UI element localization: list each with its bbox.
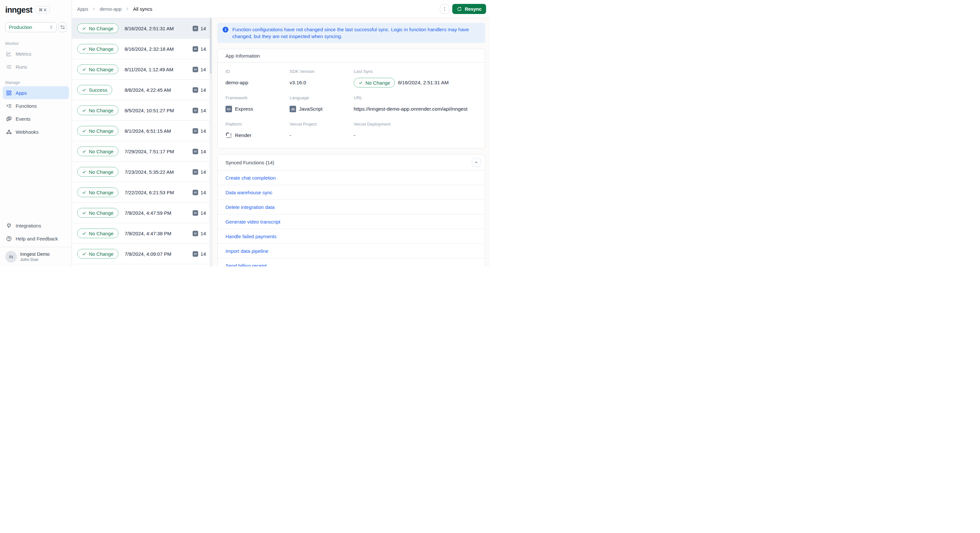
function-link[interactable]: Data warehouse sync <box>226 190 272 195</box>
app-information-title: App Information <box>226 53 260 59</box>
sidebar-item-help-and-feedback[interactable]: Help and Feedback <box>3 232 69 245</box>
app-info-field: Last SyncNo Change8/16/2024, 2:51:31 AM <box>354 69 477 88</box>
check-icon <box>82 129 86 133</box>
code-icon <box>192 190 198 195</box>
sync-function-count: 14 <box>192 251 206 257</box>
command-k-shortcut[interactable]: ⌘ K <box>35 6 49 14</box>
help-circle-icon <box>6 235 12 242</box>
sync-list-item[interactable]: Success8/6/2024, 4:22:45 AM14 <box>72 80 212 100</box>
function-link[interactable]: Create chat completion <box>226 175 275 181</box>
function-link[interactable]: Send billing receipt <box>226 263 267 267</box>
breadcrumb-demo-app[interactable]: demo-app <box>100 6 122 12</box>
sync-list-item[interactable]: No Change7/29/2024, 7:51:17 PM14 <box>72 141 212 162</box>
synced-function-row: Generate video transcript <box>218 215 485 229</box>
resync-button[interactable]: Resync <box>452 4 486 14</box>
sync-list-item[interactable]: No Change8/11/2024, 1:12:49 AM14 <box>72 59 212 80</box>
sync-detail-panel: i Function configurations have not chang… <box>212 18 490 266</box>
sync-function-count: 14 <box>192 210 206 216</box>
sidebar-item-label: Metrics <box>16 51 31 57</box>
function-link[interactable]: Import data pipeline <box>226 248 269 254</box>
sync-list-scrollbar[interactable] <box>210 18 212 266</box>
sync-timestamp: 8/5/2024, 10:51:27 PM <box>125 108 192 113</box>
function-link[interactable]: Handle failed payments <box>226 234 277 239</box>
chart-line-icon <box>6 51 12 57</box>
field-label: Vercel Deployment <box>354 122 473 127</box>
sync-function-count: 14 <box>192 190 206 195</box>
field-label: Platform <box>226 122 286 127</box>
sync-list-item[interactable]: No Change8/16/2024, 2:32:18 AM14 <box>72 39 212 59</box>
sync-status-badge: No Change <box>77 126 118 136</box>
app-info-field: PlatformRender <box>226 122 290 140</box>
plug-icon <box>6 223 12 229</box>
sync-function-count: 14 <box>192 149 206 154</box>
code-icon <box>192 210 198 216</box>
code-icon <box>192 46 198 52</box>
code-icon <box>192 169 198 175</box>
sidebar-item-apps[interactable]: Apps <box>3 86 69 99</box>
scrollbar-thumb[interactable] <box>210 18 212 73</box>
environment-settings-button[interactable] <box>59 22 66 32</box>
breadcrumb-all-syncs: All syncs <box>133 6 152 12</box>
collapse-button[interactable] <box>472 158 481 167</box>
function-link[interactable]: Generate video transcript <box>226 219 280 224</box>
sync-list-item[interactable]: No Change7/22/2024, 6:21:53 PM14 <box>72 182 212 203</box>
check-icon <box>82 231 86 235</box>
sync-timestamp: 7/23/2024, 5:35:22 AM <box>125 169 192 175</box>
sync-status-badge: No Change <box>77 44 118 54</box>
sync-list-item[interactable]: No Change8/1/2024, 6:51:15 AM14 <box>72 121 212 141</box>
function-link[interactable]: Delete integration data <box>226 204 275 210</box>
breadcrumb-apps[interactable]: Apps <box>77 6 88 12</box>
sidebar-item-webhooks[interactable]: Webhooks <box>3 125 69 138</box>
sync-status-badge: No Change <box>77 167 118 177</box>
sidebar-item-functions[interactable]: Functions <box>3 99 69 112</box>
code-icon <box>192 67 198 72</box>
field-label: Vercel Project <box>290 122 350 127</box>
sync-status-badge: No Change <box>77 24 118 33</box>
sync-status-badge: No Change <box>77 228 118 238</box>
events-copy-icon <box>6 116 12 122</box>
synced-functions-list: Create chat completionData warehouse syn… <box>218 170 485 266</box>
field-value: - <box>290 130 350 140</box>
sidebar-item-integrations[interactable]: Integrations <box>3 219 69 232</box>
sync-list-item[interactable]: No Change7/9/2024, 4:47:59 PM14 <box>72 203 212 223</box>
user-name: John Doe <box>20 257 49 262</box>
sidebar-item-label: Functions <box>16 103 37 109</box>
synced-function-row: Data warehouse sync <box>218 185 485 200</box>
info-banner: i Function configurations have not chang… <box>217 23 485 43</box>
sync-timestamp: 8/1/2024, 6:51:15 AM <box>125 128 192 134</box>
sidebar-item-events[interactable]: Events <box>3 112 69 125</box>
sync-timestamp: 7/9/2024, 4:47:38 PM <box>125 231 192 236</box>
check-icon <box>82 252 86 256</box>
sync-timestamp: 7/29/2024, 7:51:17 PM <box>125 149 192 154</box>
user-menu[interactable]: IN Inngest Demo John Doe <box>0 247 72 266</box>
field-label: Language <box>290 95 350 100</box>
apps-grid-icon <box>6 90 12 96</box>
sync-status-badge: No Change <box>77 249 118 259</box>
sync-list-item[interactable]: No Change8/16/2024, 2:51:31 AM14 <box>72 18 212 39</box>
runs-list-icon <box>6 64 12 70</box>
sync-list-item[interactable]: No Change7/9/2024, 4:47:38 PM14 <box>72 223 212 244</box>
sidebar-item-metrics[interactable]: Metrics <box>3 47 69 60</box>
chevron-right-icon <box>92 7 96 11</box>
inngest-logo[interactable]: inngest <box>5 5 32 14</box>
sync-function-count: 14 <box>192 87 206 93</box>
sync-function-count: 14 <box>192 231 206 236</box>
synced-functions-title: Synced Functions (14) <box>226 160 274 165</box>
code-icon <box>192 149 198 154</box>
synced-functions-card: Synced Functions (14) Create chat comple… <box>217 154 485 266</box>
environment-value: Production <box>9 24 32 30</box>
more-options-button[interactable] <box>440 4 449 14</box>
sidebar-item-runs[interactable]: Runs <box>3 60 69 73</box>
field-label: URL <box>354 95 473 100</box>
sidebar-section-monitor: Monitor <box>0 41 72 46</box>
webhooks-icon <box>6 129 12 135</box>
sidebar-item-label: Runs <box>16 64 27 70</box>
sync-timestamp: 8/16/2024, 2:51:31 AM <box>125 26 192 31</box>
sync-function-count: 14 <box>192 128 206 134</box>
resync-label: Resync <box>465 6 482 12</box>
sync-list-item[interactable]: No Change7/9/2024, 4:09:07 PM14 <box>72 244 212 264</box>
environment-selector[interactable]: Production <box>5 22 57 32</box>
sync-list-item[interactable]: No Change8/5/2024, 10:51:27 PM14 <box>72 100 212 121</box>
sync-list-item[interactable]: No Change7/23/2024, 5:35:22 AM14 <box>72 162 212 182</box>
field-value: No Change8/16/2024, 2:51:31 AM <box>354 78 473 88</box>
